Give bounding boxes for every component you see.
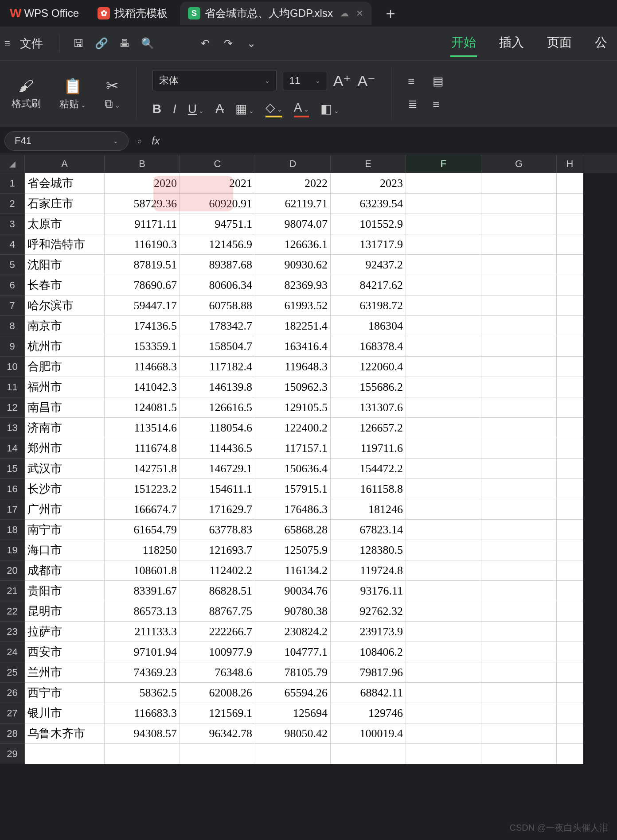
cell[interactable] (481, 622, 557, 642)
cell[interactable]: 南京市 (25, 316, 105, 336)
cell[interactable] (557, 744, 583, 764)
cell[interactable] (331, 744, 406, 764)
cell[interactable]: 沈阳市 (25, 255, 105, 275)
share-icon[interactable]: 🔗 (94, 37, 109, 50)
cell[interactable] (406, 418, 481, 438)
cell[interactable] (481, 703, 557, 723)
cell[interactable]: 146729.1 (180, 459, 255, 479)
column-header[interactable]: E (331, 155, 406, 173)
cell[interactable] (557, 479, 583, 499)
cell[interactable]: 128380.5 (331, 540, 406, 560)
cell[interactable] (557, 418, 583, 438)
cell[interactable]: 112402.2 (180, 560, 255, 581)
row-header[interactable]: 1 (0, 173, 25, 194)
cell[interactable]: 78690.67 (105, 275, 180, 296)
row-header[interactable]: 13 (0, 418, 25, 438)
cell[interactable] (481, 642, 557, 662)
cell[interactable]: 太原市 (25, 214, 105, 234)
cell[interactable] (481, 723, 557, 744)
cell[interactable] (557, 642, 583, 662)
cell[interactable] (406, 642, 481, 662)
ribbon-tab-more[interactable]: 公 (594, 30, 608, 57)
cell[interactable]: 154472.2 (331, 459, 406, 479)
cell[interactable] (406, 377, 481, 397)
cell[interactable] (406, 723, 481, 744)
cell[interactable] (481, 234, 557, 255)
cut-icon[interactable]: ✂ (106, 77, 118, 94)
cell[interactable]: 129746 (331, 703, 406, 723)
cell[interactable]: 111674.8 (105, 438, 180, 459)
cell[interactable] (481, 194, 557, 214)
cell[interactable]: 2022 (255, 173, 331, 194)
format-painter-group[interactable]: 🖌 格式刷 (6, 65, 46, 122)
dropdown-icon[interactable]: ⌄ (244, 37, 259, 50)
cell[interactable]: 62008.26 (180, 683, 255, 703)
cell[interactable] (180, 744, 255, 764)
align-center-icon[interactable]: ≡ (433, 97, 449, 113)
cell[interactable]: 146139.8 (180, 377, 255, 397)
cell[interactable]: 武汉市 (25, 459, 105, 479)
row-header[interactable]: 14 (0, 438, 25, 459)
border-icon[interactable]: ▦ ⌄ (235, 101, 254, 116)
cell[interactable]: 79817.96 (331, 662, 406, 683)
cell[interactable] (481, 336, 557, 357)
cell[interactable]: 108601.8 (105, 560, 180, 581)
cell[interactable]: 155686.2 (331, 377, 406, 397)
cell[interactable]: 176486.3 (255, 499, 331, 520)
cell[interactable]: 119711.6 (331, 438, 406, 459)
row-header[interactable]: 29 (0, 744, 25, 764)
cell[interactable]: 86573.13 (105, 601, 180, 622)
cell[interactable] (406, 683, 481, 703)
underline-icon[interactable]: U ⌄ (188, 102, 204, 116)
cell[interactable]: 61654.79 (105, 520, 180, 540)
cell[interactable] (406, 397, 481, 418)
cell[interactable]: 合肥市 (25, 357, 105, 377)
cell[interactable] (406, 255, 481, 275)
cell[interactable]: 78105.79 (255, 662, 331, 683)
cell[interactable]: 西宁市 (25, 683, 105, 703)
cell[interactable]: 126636.1 (255, 234, 331, 255)
cell[interactable] (557, 601, 583, 622)
cell[interactable] (481, 316, 557, 336)
cell[interactable]: 126616.5 (180, 397, 255, 418)
cell[interactable]: 174136.5 (105, 316, 180, 336)
cell[interactable]: 长春市 (25, 275, 105, 296)
row-header[interactable]: 27 (0, 703, 25, 723)
cell[interactable]: 2021 (180, 173, 255, 194)
cell[interactable]: 96342.78 (180, 723, 255, 744)
cell[interactable]: 142751.8 (105, 459, 180, 479)
cell[interactable] (557, 520, 583, 540)
print-preview-icon[interactable]: 🔍 (140, 37, 155, 50)
cell[interactable]: 171629.7 (180, 499, 255, 520)
cell[interactable]: 178342.7 (180, 316, 255, 336)
cell[interactable]: 116190.3 (105, 234, 180, 255)
cell[interactable] (406, 296, 481, 316)
cell[interactable]: 151223.2 (105, 479, 180, 499)
cell[interactable] (557, 459, 583, 479)
cell[interactable]: 昆明市 (25, 601, 105, 622)
cell[interactable]: 83391.67 (105, 581, 180, 601)
ribbon-tab-insert[interactable]: 插入 (498, 30, 525, 57)
column-header[interactable]: A (25, 155, 105, 173)
row-header[interactable]: 28 (0, 723, 25, 744)
cell[interactable]: 125694 (255, 703, 331, 723)
cell[interactable] (255, 744, 331, 764)
cell[interactable]: 117182.4 (180, 357, 255, 377)
strike-icon[interactable]: A̶ (215, 101, 224, 116)
cell[interactable]: 74369.23 (105, 662, 180, 683)
decrease-font-icon[interactable]: A⁻ (357, 72, 375, 89)
cell[interactable] (481, 255, 557, 275)
cell[interactable]: 哈尔滨市 (25, 296, 105, 316)
cell[interactable] (557, 173, 583, 194)
cell[interactable]: 121569.1 (180, 703, 255, 723)
cell[interactable] (406, 622, 481, 642)
row-header[interactable]: 23 (0, 622, 25, 642)
cell[interactable] (481, 520, 557, 540)
cell[interactable] (557, 540, 583, 560)
cell[interactable]: 南宁市 (25, 520, 105, 540)
cell[interactable]: 124081.5 (105, 397, 180, 418)
cell[interactable]: 67823.14 (331, 520, 406, 540)
cell[interactable] (481, 459, 557, 479)
cell[interactable] (557, 316, 583, 336)
cell[interactable]: 58729.36 (105, 194, 180, 214)
